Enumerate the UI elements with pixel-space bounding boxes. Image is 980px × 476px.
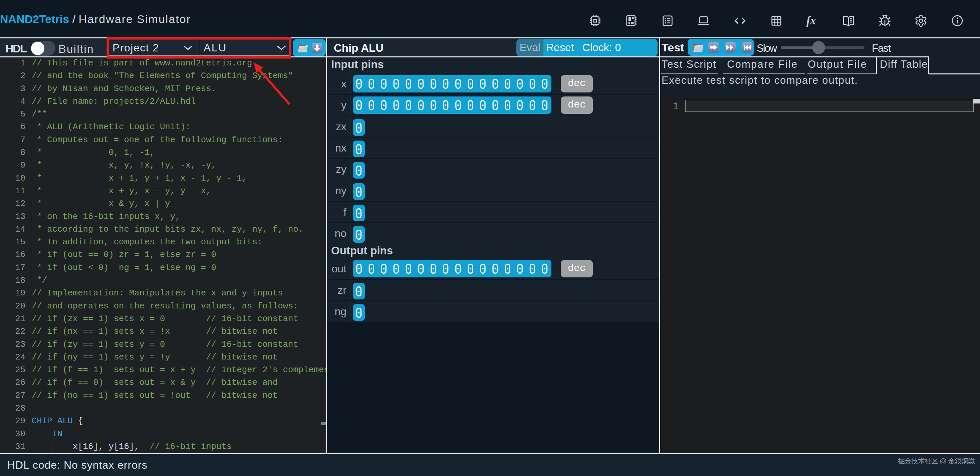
svg-text:fx: fx [807,14,816,27]
